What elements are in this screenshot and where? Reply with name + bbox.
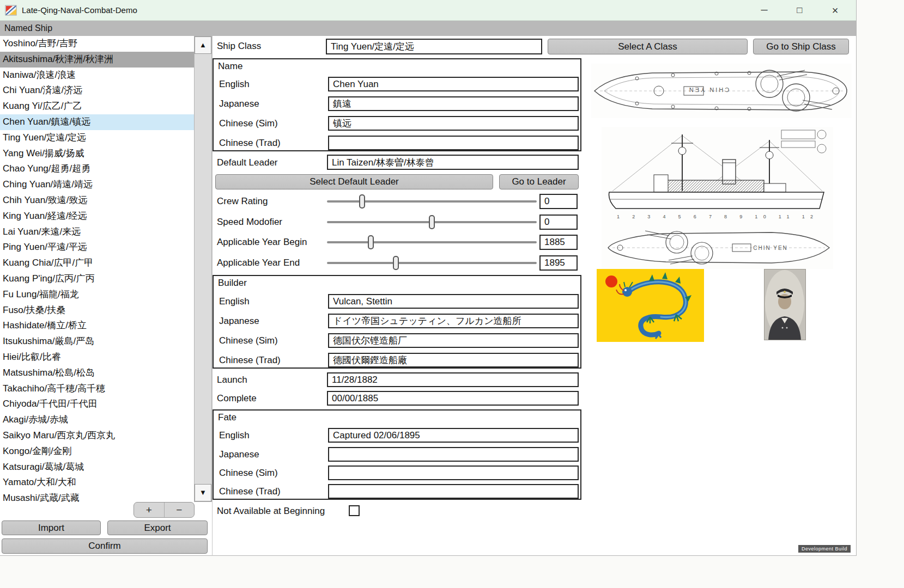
list-item[interactable]: Chiyoda/千代田/千代田 (0, 396, 194, 412)
launch-input[interactable] (327, 372, 579, 387)
list-item[interactable]: Chi Yuan/済遠/济远 (0, 83, 194, 99)
builder-groupbox: Builder English Japanese Chinese (Sim) C… (213, 275, 581, 369)
list-item[interactable]: Musashi/武蔵/武藏 (0, 491, 194, 502)
export-button[interactable]: Export (107, 520, 208, 535)
speed-modifier-slider-handle[interactable] (429, 215, 435, 229)
scroll-down-button[interactable]: ▼ (195, 484, 211, 501)
complete-input[interactable] (327, 391, 579, 406)
list-item[interactable]: Hashidate/橋立/桥立 (0, 318, 194, 334)
minimize-button[interactable]: ─ (747, 0, 782, 21)
fate-chinese-sim-input[interactable] (328, 465, 579, 480)
launch-label: Launch (217, 372, 247, 388)
add-ship-button[interactable]: + (134, 503, 165, 517)
list-item[interactable]: Hiei/比叡/比睿 (0, 350, 194, 365)
name-english-input[interactable] (328, 77, 579, 91)
list-item[interactable]: Yang Wei/揚威/扬威 (0, 146, 194, 162)
list-item[interactable]: Saikyo Maru/西京丸/西京丸 (0, 428, 194, 444)
year-end-value[interactable] (539, 255, 578, 271)
menu-bar: Named Ship (0, 21, 856, 36)
goto-ship-class-button[interactable]: Go to Ship Class (753, 39, 849, 54)
builder-chinese-sim-input[interactable] (328, 333, 579, 348)
builder-chinese-trad-input[interactable] (328, 353, 579, 367)
scroll-down-icon: ▼ (199, 488, 207, 497)
list-item[interactable]: Kuang Yi/広乙/广乙 (0, 99, 194, 114)
development-build-watermark: Development Build (798, 545, 851, 553)
builder-japanese-label: Japanese (219, 314, 259, 328)
builder-chinese-trad-label: Chinese (Trad) (219, 353, 281, 367)
close-button[interactable]: × (817, 0, 853, 21)
list-item[interactable]: Kuang Chia/広甲/广甲 (0, 255, 194, 271)
fate-chinese-trad-input[interactable] (328, 484, 579, 499)
builder-japanese-input[interactable] (328, 314, 579, 328)
list-item[interactable]: Chih Yuan/致遠/致远 (0, 193, 194, 209)
scroll-up-button[interactable]: ▲ (195, 36, 211, 54)
list-item[interactable]: Chao Yung/超勇/超勇 (0, 161, 194, 177)
not-available-checkbox[interactable] (349, 505, 360, 516)
list-item[interactable]: Takachiho/高千穂/高千穂 (0, 381, 194, 397)
builder-english-label: English (219, 294, 250, 309)
ship-list: Yoshino/吉野/吉野Akitsushima/秋津洲/秋津洲Naniwa/浪… (0, 36, 194, 502)
ship-class-label: Ship Class (217, 39, 261, 54)
name-chinese-trad-input[interactable] (328, 136, 579, 150)
year-begin-slider-handle[interactable] (368, 235, 374, 249)
list-item[interactable]: Fu Lung/福龍/福龙 (0, 287, 194, 303)
named-ship-menu[interactable]: Named Ship (4, 21, 52, 36)
list-item[interactable]: Kongo/金剛/金刚 (0, 444, 194, 460)
fate-group-label: Fate (218, 412, 236, 423)
list-item[interactable]: Ting Yuen/定遠/定远 (0, 130, 194, 146)
list-item[interactable]: Naniwa/浪速/浪速 (0, 68, 194, 83)
fate-english-label: English (219, 428, 250, 443)
fate-english-input[interactable] (328, 428, 579, 443)
app-icon[interactable] (5, 4, 17, 16)
name-chinese-sim-input[interactable] (328, 116, 579, 131)
speed-modifier-slider[interactable] (327, 221, 537, 223)
year-end-slider[interactable] (327, 262, 537, 264)
list-item[interactable]: Fuso/扶桑/扶桑 (0, 303, 194, 318)
list-scrollbar[interactable]: ▲ ▼ (194, 36, 212, 502)
list-item[interactable]: Katsuragi/葛城/葛城 (0, 460, 194, 475)
list-item[interactable]: Chen Yuan/鎮遠/镇远 (0, 114, 194, 130)
list-item[interactable]: Akitsushima/秋津洲/秋津洲 (0, 52, 194, 68)
builder-english-input[interactable] (328, 294, 579, 309)
list-item[interactable]: Ching Yuan/靖遠/靖远 (0, 177, 194, 193)
crew-rating-value[interactable] (539, 194, 578, 209)
default-leader-input[interactable] (327, 155, 579, 170)
list-item[interactable]: Kuang P'ing/広丙/广丙 (0, 271, 194, 287)
name-japanese-input[interactable] (328, 96, 579, 111)
officer-portrait (764, 269, 806, 340)
import-button[interactable]: Import (2, 520, 101, 535)
crew-rating-slider-handle[interactable] (359, 194, 365, 209)
list-item[interactable]: King Yuan/経遠/经远 (0, 209, 194, 224)
maximize-button[interactable]: □ (782, 0, 817, 21)
fate-japanese-label: Japanese (219, 447, 259, 462)
fate-groupbox: Fate English Japanese Chinese (Sim) Chin… (213, 409, 581, 500)
year-end-slider-handle[interactable] (393, 256, 399, 270)
list-item[interactable]: Yoshino/吉野/吉野 (0, 36, 194, 52)
title-bar[interactable]: Late-Qing-Naval-Combat-Demo ─ □ × (0, 0, 856, 21)
name-japanese-label: Japanese (219, 96, 259, 111)
list-item[interactable]: Matsushima/松島/松岛 (0, 365, 194, 381)
list-item[interactable]: Ping Yuen/平遠/平远 (0, 240, 194, 255)
confirm-button[interactable]: Confirm (2, 538, 208, 554)
builder-group-label: Builder (218, 278, 247, 289)
year-end-label: Applicable Year End (217, 255, 300, 271)
goto-leader-button[interactable]: Go to Leader (499, 174, 579, 189)
year-begin-slider[interactable] (327, 241, 537, 243)
dragon-head (622, 287, 632, 297)
ship-class-input[interactable] (326, 39, 542, 54)
remove-ship-button[interactable]: − (165, 503, 195, 517)
crew-rating-label: Crew Rating (217, 194, 268, 209)
name-groupbox: Name English Japanese Chinese (Sim) Chin… (213, 58, 581, 151)
flag-sun (605, 275, 617, 287)
list-item[interactable]: Lai Yuan/来遠/来远 (0, 224, 194, 240)
crew-rating-slider[interactable] (327, 200, 537, 203)
list-item[interactable]: Akagi/赤城/赤城 (0, 412, 194, 428)
select-class-button[interactable]: Select A Class (548, 39, 748, 54)
list-item[interactable]: Itsukushima/厳島/严岛 (0, 334, 194, 350)
complete-label: Complete (217, 391, 257, 406)
speed-modifier-value[interactable] (539, 215, 578, 230)
select-default-leader-button[interactable]: Select Default Leader (215, 174, 493, 189)
list-item[interactable]: Yamato/大和/大和 (0, 475, 194, 491)
year-begin-value[interactable] (539, 235, 578, 250)
fate-japanese-input[interactable] (328, 447, 579, 462)
